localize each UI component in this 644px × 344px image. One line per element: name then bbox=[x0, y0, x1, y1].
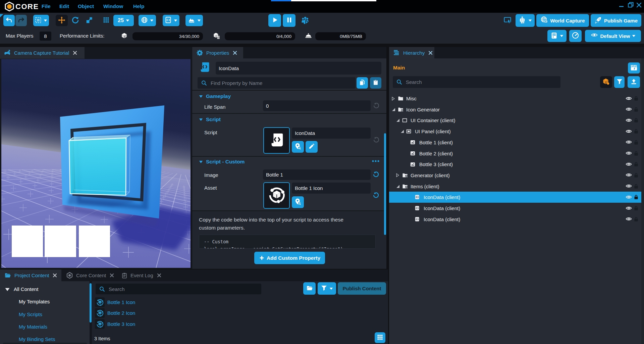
visibility-eye-icon[interactable] bbox=[625, 96, 632, 102]
publish-game-button[interactable]: Publish Game bbox=[591, 14, 641, 27]
restore-button[interactable] bbox=[628, 2, 634, 8]
menu-object[interactable]: Object bbox=[78, 3, 94, 9]
tab-properties[interactable]: Properties bbox=[192, 47, 243, 58]
tree-expand-arrow[interactable] bbox=[396, 185, 400, 188]
cinematic-capture-button[interactable] bbox=[628, 62, 640, 73]
hierarchy-row[interactable]: Generator (client) bbox=[389, 170, 641, 181]
hierarchy-row[interactable]: Icon Generator bbox=[389, 104, 641, 115]
rotate-tool-button[interactable] bbox=[70, 16, 80, 25]
tree-expand-arrow[interactable] bbox=[396, 118, 400, 122]
section-script[interactable]: Script bbox=[199, 116, 221, 122]
world-settings-dropdown[interactable] bbox=[139, 15, 156, 26]
lock-icon[interactable] bbox=[634, 151, 639, 156]
lock-icon[interactable] bbox=[634, 96, 639, 101]
life-span-input[interactable] bbox=[266, 103, 368, 109]
lock-icon[interactable] bbox=[634, 194, 639, 200]
undo-button[interactable] bbox=[3, 15, 15, 26]
lock-icon[interactable] bbox=[634, 184, 639, 189]
add-custom-property-button[interactable]: Add Custom Property bbox=[254, 252, 325, 264]
asset-name-field[interactable] bbox=[292, 183, 371, 194]
close-tab-icon[interactable] bbox=[110, 273, 114, 278]
properties-scrollbar[interactable] bbox=[384, 133, 386, 235]
networked-filter-button[interactable] bbox=[600, 76, 612, 88]
tree-collapse-arrow[interactable] bbox=[396, 173, 399, 177]
menu-help[interactable]: Help bbox=[133, 3, 145, 9]
sidebar-item-all-content[interactable]: All Content bbox=[14, 286, 38, 292]
image-field[interactable] bbox=[263, 169, 371, 180]
close-tab-icon[interactable] bbox=[233, 51, 237, 55]
section-gameplay[interactable]: Gameplay bbox=[199, 93, 231, 99]
visibility-eye-icon[interactable] bbox=[625, 172, 632, 178]
reset-asset-icon[interactable] bbox=[372, 192, 379, 200]
content-item[interactable]: Bottle 3 Icon bbox=[95, 319, 135, 329]
visibility-eye-icon[interactable] bbox=[625, 194, 632, 200]
property-search-input[interactable] bbox=[211, 80, 352, 86]
reset-life-span-icon[interactable] bbox=[373, 102, 380, 110]
object-name-field[interactable] bbox=[216, 62, 381, 75]
visibility-eye-icon[interactable] bbox=[625, 161, 632, 167]
find-script-button[interactable] bbox=[292, 141, 304, 153]
lock-icon[interactable] bbox=[634, 161, 639, 167]
expand-triangle-icon[interactable] bbox=[5, 288, 10, 291]
hierarchy-row[interactable]: Items (client) bbox=[389, 181, 641, 192]
copy-properties-button[interactable] bbox=[357, 77, 368, 89]
menu-edit[interactable]: Edit bbox=[59, 3, 69, 9]
tree-expand-arrow[interactable] bbox=[400, 130, 404, 133]
hierarchy-row[interactable]: Bottle 1 (client) bbox=[389, 137, 641, 148]
system-dropdown[interactable] bbox=[547, 30, 567, 42]
life-span-field[interactable] bbox=[263, 100, 371, 111]
pause-button[interactable] bbox=[283, 14, 296, 27]
close-tab-icon[interactable] bbox=[157, 273, 161, 278]
hierarchy-scroll-gutter[interactable] bbox=[641, 58, 644, 344]
content-search-input[interactable] bbox=[109, 286, 258, 292]
edit-script-button[interactable] bbox=[306, 141, 318, 153]
multiplayer-preview-button[interactable] bbox=[301, 16, 310, 26]
paste-properties-button[interactable] bbox=[370, 77, 381, 89]
hierarchy-row[interactable]: Bottle 3 (client) bbox=[389, 159, 641, 170]
visibility-eye-icon[interactable] bbox=[625, 205, 632, 211]
sidebar-item-my-templates[interactable]: My Templates bbox=[19, 299, 50, 304]
hierarchy-row[interactable]: IconData (client) bbox=[389, 203, 641, 214]
minimize-button[interactable] bbox=[619, 2, 624, 8]
redo-button[interactable] bbox=[15, 15, 27, 26]
section-script-custom[interactable]: Script - Custom bbox=[199, 159, 245, 165]
close-button[interactable] bbox=[636, 2, 642, 8]
scale-tool-button[interactable] bbox=[84, 16, 94, 25]
screen-share-button[interactable] bbox=[503, 16, 512, 25]
hierarchy-search[interactable] bbox=[393, 76, 560, 88]
menu-window[interactable]: Window bbox=[103, 3, 123, 9]
lock-icon[interactable] bbox=[634, 129, 639, 134]
find-asset-button[interactable] bbox=[292, 196, 304, 208]
tab-camera-capture-tutorial[interactable]: Camera Capture Tutorial bbox=[0, 47, 85, 59]
tree-expand-arrow[interactable] bbox=[392, 108, 395, 111]
hierarchy-row[interactable]: UI Container (client) bbox=[389, 115, 641, 126]
content-item[interactable]: Bottle 2 Icon bbox=[95, 308, 135, 318]
bot-tools-dropdown[interactable] bbox=[516, 14, 535, 27]
open-folder-button[interactable] bbox=[303, 282, 316, 295]
export-button[interactable] bbox=[628, 76, 640, 88]
viewport-3d-scene[interactable] bbox=[1, 59, 191, 268]
script-name-input[interactable] bbox=[295, 130, 368, 136]
tab-core-content[interactable]: Core Content bbox=[62, 269, 116, 281]
lock-icon[interactable] bbox=[634, 117, 639, 123]
content-search[interactable] bbox=[96, 284, 261, 294]
visibility-eye-icon[interactable] bbox=[625, 106, 632, 112]
visibility-eye-icon[interactable] bbox=[625, 117, 632, 124]
sidebar-item-my-scripts[interactable]: My Scripts bbox=[19, 311, 42, 317]
close-tab-icon[interactable] bbox=[53, 273, 57, 278]
script-name-field[interactable] bbox=[292, 128, 371, 139]
lock-icon[interactable] bbox=[634, 140, 639, 145]
grid-view-button[interactable] bbox=[375, 332, 385, 343]
hierarchy-row[interactable]: Bottle 2 (client) bbox=[389, 148, 641, 159]
reset-script-icon[interactable] bbox=[373, 137, 380, 145]
visibility-eye-icon[interactable] bbox=[625, 129, 632, 135]
lock-icon[interactable] bbox=[634, 173, 639, 178]
content-item[interactable]: Bottle 1 Icon bbox=[95, 297, 135, 307]
asset-thumbnail[interactable] bbox=[263, 182, 290, 209]
hierarchy-row[interactable]: UI Panel (client) bbox=[389, 126, 641, 137]
custom-properties-code-block[interactable]: -- Custom local propImage = script:GetCu… bbox=[199, 235, 376, 249]
close-tab-icon[interactable] bbox=[428, 51, 433, 55]
tab-event-log[interactable]: Event Log bbox=[117, 269, 165, 281]
section-menu-dots-icon[interactable] bbox=[372, 158, 380, 163]
visibility-eye-icon[interactable] bbox=[625, 139, 632, 145]
